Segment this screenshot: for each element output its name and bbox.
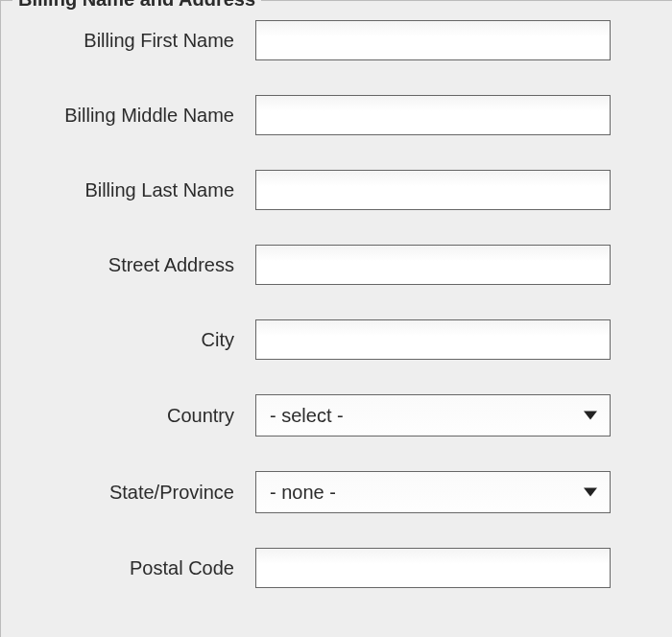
billing-middle-name-input[interactable] — [255, 95, 611, 135]
label-street-address: Street Address — [11, 254, 255, 276]
row-billing-first-name: Billing First Name — [11, 20, 662, 60]
label-billing-last-name: Billing Last Name — [11, 179, 255, 201]
row-street-address: Street Address — [11, 245, 662, 285]
street-address-input[interactable] — [255, 245, 611, 285]
label-city: City — [11, 329, 255, 351]
label-postal-code: Postal Code — [11, 557, 255, 579]
section-title: Billing Name and Address — [12, 0, 261, 11]
row-state-province: State/Province - none - — [11, 471, 662, 513]
row-city: City — [11, 319, 662, 360]
city-input[interactable] — [255, 319, 611, 360]
row-postal-code: Postal Code — [11, 548, 662, 588]
state-province-select[interactable]: - none - — [255, 471, 611, 513]
row-country: Country - select - — [11, 394, 662, 436]
billing-first-name-input[interactable] — [255, 20, 611, 60]
billing-name-address-section: Billing Name and Address Billing First N… — [0, 0, 672, 637]
postal-code-input[interactable] — [255, 548, 611, 588]
label-country: Country — [11, 405, 255, 427]
label-billing-first-name: Billing First Name — [11, 30, 255, 52]
billing-last-name-input[interactable] — [255, 170, 611, 210]
label-state-province: State/Province — [11, 482, 255, 504]
row-billing-middle-name: Billing Middle Name — [11, 95, 662, 135]
country-select[interactable]: - select - — [255, 394, 611, 436]
row-billing-last-name: Billing Last Name — [11, 170, 662, 210]
label-billing-middle-name: Billing Middle Name — [11, 105, 255, 127]
